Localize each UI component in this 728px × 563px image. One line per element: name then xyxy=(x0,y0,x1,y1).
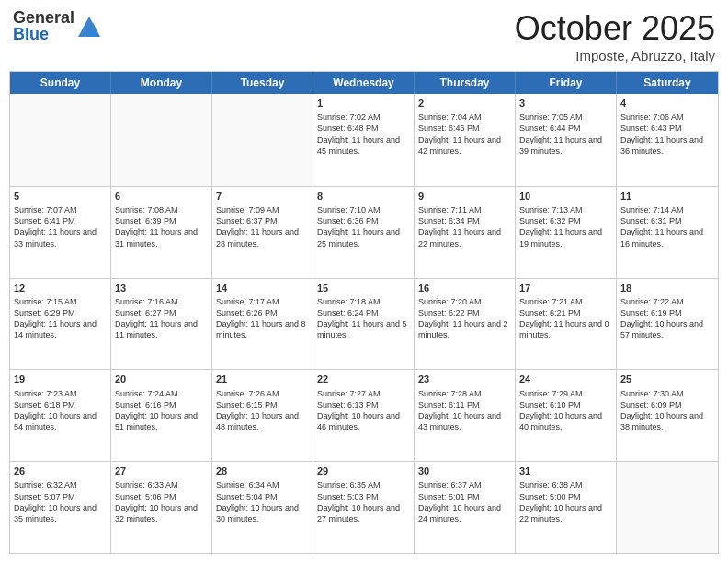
calendar-row-3: 19Sunrise: 7:23 AM Sunset: 6:18 PM Dayli… xyxy=(10,369,718,461)
day-number: 24 xyxy=(519,373,612,385)
day-number: 30 xyxy=(418,465,511,477)
day-number: 5 xyxy=(14,190,107,202)
day-number: 16 xyxy=(418,282,511,294)
day-number: 22 xyxy=(317,373,410,385)
calendar-cell: 15Sunrise: 7:18 AM Sunset: 6:24 PM Dayli… xyxy=(313,279,415,370)
day-info: Sunrise: 6:35 AM Sunset: 5:03 PM Dayligh… xyxy=(317,479,410,524)
logo: General Blue xyxy=(13,9,102,42)
calendar-body: 1Sunrise: 7:02 AM Sunset: 6:48 PM Daylig… xyxy=(10,94,718,553)
calendar-cell: 7Sunrise: 7:09 AM Sunset: 6:37 PM Daylig… xyxy=(212,187,313,278)
calendar-cell: 16Sunrise: 7:20 AM Sunset: 6:22 PM Dayli… xyxy=(415,279,516,370)
day-number: 23 xyxy=(418,373,511,385)
day-number: 19 xyxy=(14,373,107,385)
calendar-cell: 2Sunrise: 7:04 AM Sunset: 6:46 PM Daylig… xyxy=(415,94,516,186)
day-number: 1 xyxy=(317,97,410,109)
calendar-header: Sunday Monday Tuesday Wednesday Thursday… xyxy=(10,72,718,94)
day-info: Sunrise: 7:05 AM Sunset: 6:44 PM Dayligh… xyxy=(519,111,612,156)
calendar-cell: 24Sunrise: 7:29 AM Sunset: 6:10 PM Dayli… xyxy=(516,370,617,461)
day-info: Sunrise: 7:09 AM Sunset: 6:37 PM Dayligh… xyxy=(216,204,309,249)
day-info: Sunrise: 7:24 AM Sunset: 6:16 PM Dayligh… xyxy=(115,388,208,433)
day-info: Sunrise: 6:38 AM Sunset: 5:00 PM Dayligh… xyxy=(519,479,612,524)
day-number: 6 xyxy=(115,190,208,202)
day-info: Sunrise: 6:32 AM Sunset: 5:07 PM Dayligh… xyxy=(14,479,107,524)
calendar-cell: 18Sunrise: 7:22 AM Sunset: 6:19 PM Dayli… xyxy=(617,279,718,370)
calendar-cell: 26Sunrise: 6:32 AM Sunset: 5:07 PM Dayli… xyxy=(10,462,111,553)
day-info: Sunrise: 7:07 AM Sunset: 6:41 PM Dayligh… xyxy=(14,204,107,249)
calendar-cell xyxy=(212,94,313,186)
day-info: Sunrise: 7:11 AM Sunset: 6:34 PM Dayligh… xyxy=(418,204,511,249)
calendar-cell: 27Sunrise: 6:33 AM Sunset: 5:06 PM Dayli… xyxy=(111,462,212,553)
day-number: 9 xyxy=(418,190,511,202)
title-block: October 2025 Imposte, Abruzzo, Italy xyxy=(515,9,715,63)
day-info: Sunrise: 6:33 AM Sunset: 5:06 PM Dayligh… xyxy=(115,479,208,524)
day-info: Sunrise: 7:02 AM Sunset: 6:48 PM Dayligh… xyxy=(317,111,410,156)
header-tuesday: Tuesday xyxy=(212,72,313,94)
day-info: Sunrise: 7:08 AM Sunset: 6:39 PM Dayligh… xyxy=(115,204,208,249)
day-number: 12 xyxy=(14,282,107,294)
day-number: 26 xyxy=(14,465,107,477)
calendar-cell: 8Sunrise: 7:10 AM Sunset: 6:36 PM Daylig… xyxy=(313,187,415,278)
calendar-cell: 29Sunrise: 6:35 AM Sunset: 5:03 PM Dayli… xyxy=(313,462,415,553)
page: General Blue October 2025 Imposte, Abruz… xyxy=(0,0,728,563)
calendar-cell: 14Sunrise: 7:17 AM Sunset: 6:26 PM Dayli… xyxy=(212,279,313,370)
logo-blue: Blue xyxy=(13,26,74,42)
day-number: 10 xyxy=(519,190,612,202)
header-wednesday: Wednesday xyxy=(313,72,415,94)
day-info: Sunrise: 7:17 AM Sunset: 6:26 PM Dayligh… xyxy=(216,296,309,341)
day-info: Sunrise: 7:20 AM Sunset: 6:22 PM Dayligh… xyxy=(418,296,511,341)
day-info: Sunrise: 7:13 AM Sunset: 6:32 PM Dayligh… xyxy=(519,204,612,249)
calendar-cell: 19Sunrise: 7:23 AM Sunset: 6:18 PM Dayli… xyxy=(10,370,111,461)
calendar-cell: 20Sunrise: 7:24 AM Sunset: 6:16 PM Dayli… xyxy=(111,370,212,461)
day-number: 11 xyxy=(620,190,714,202)
calendar-cell: 13Sunrise: 7:16 AM Sunset: 6:27 PM Dayli… xyxy=(111,279,212,370)
calendar-cell: 6Sunrise: 7:08 AM Sunset: 6:39 PM Daylig… xyxy=(111,187,212,278)
calendar-cell: 4Sunrise: 7:06 AM Sunset: 6:43 PM Daylig… xyxy=(617,94,718,186)
header-monday: Monday xyxy=(111,72,212,94)
day-info: Sunrise: 7:22 AM Sunset: 6:19 PM Dayligh… xyxy=(620,296,714,341)
day-info: Sunrise: 7:18 AM Sunset: 6:24 PM Dayligh… xyxy=(317,296,410,341)
header-thursday: Thursday xyxy=(415,72,516,94)
day-info: Sunrise: 7:04 AM Sunset: 6:46 PM Dayligh… xyxy=(418,111,511,156)
day-number: 8 xyxy=(317,190,410,202)
day-info: Sunrise: 7:27 AM Sunset: 6:13 PM Dayligh… xyxy=(317,388,410,433)
calendar-row-1: 5Sunrise: 7:07 AM Sunset: 6:41 PM Daylig… xyxy=(10,186,718,278)
day-number: 25 xyxy=(620,373,714,385)
day-info: Sunrise: 7:29 AM Sunset: 6:10 PM Dayligh… xyxy=(519,388,612,433)
calendar-cell: 12Sunrise: 7:15 AM Sunset: 6:29 PM Dayli… xyxy=(10,279,111,370)
day-info: Sunrise: 7:16 AM Sunset: 6:27 PM Dayligh… xyxy=(115,296,208,341)
calendar-cell: 1Sunrise: 7:02 AM Sunset: 6:48 PM Daylig… xyxy=(313,94,415,186)
day-info: Sunrise: 7:26 AM Sunset: 6:15 PM Dayligh… xyxy=(216,388,309,433)
day-number: 7 xyxy=(216,190,309,202)
day-number: 2 xyxy=(418,97,511,109)
calendar-cell: 30Sunrise: 6:37 AM Sunset: 5:01 PM Dayli… xyxy=(415,462,516,553)
calendar-cell: 10Sunrise: 7:13 AM Sunset: 6:32 PM Dayli… xyxy=(516,187,617,278)
calendar-cell: 9Sunrise: 7:11 AM Sunset: 6:34 PM Daylig… xyxy=(415,187,516,278)
calendar-cell xyxy=(111,94,212,186)
day-info: Sunrise: 7:10 AM Sunset: 6:36 PM Dayligh… xyxy=(317,204,410,249)
header-sunday: Sunday xyxy=(10,72,111,94)
day-number: 29 xyxy=(317,465,410,477)
day-number: 4 xyxy=(620,97,714,109)
header-friday: Friday xyxy=(516,72,617,94)
day-number: 28 xyxy=(216,465,309,477)
day-info: Sunrise: 6:34 AM Sunset: 5:04 PM Dayligh… xyxy=(216,479,309,524)
day-number: 3 xyxy=(519,97,612,109)
logo-icon xyxy=(76,13,102,39)
day-number: 15 xyxy=(317,282,410,294)
calendar-cell: 25Sunrise: 7:30 AM Sunset: 6:09 PM Dayli… xyxy=(617,370,718,461)
day-number: 13 xyxy=(115,282,208,294)
day-info: Sunrise: 7:30 AM Sunset: 6:09 PM Dayligh… xyxy=(620,388,714,433)
calendar-cell: 31Sunrise: 6:38 AM Sunset: 5:00 PM Dayli… xyxy=(516,462,617,553)
day-info: Sunrise: 6:37 AM Sunset: 5:01 PM Dayligh… xyxy=(418,479,511,524)
month-title: October 2025 xyxy=(515,9,715,48)
day-number: 18 xyxy=(620,282,714,294)
logo-text: General Blue xyxy=(13,9,74,42)
logo-general: General xyxy=(13,9,74,26)
calendar-cell xyxy=(10,94,111,186)
calendar-cell: 5Sunrise: 7:07 AM Sunset: 6:41 PM Daylig… xyxy=(10,187,111,278)
day-info: Sunrise: 7:23 AM Sunset: 6:18 PM Dayligh… xyxy=(14,388,107,433)
calendar-cell: 11Sunrise: 7:14 AM Sunset: 6:31 PM Dayli… xyxy=(617,187,718,278)
calendar-cell: 23Sunrise: 7:28 AM Sunset: 6:11 PM Dayli… xyxy=(415,370,516,461)
calendar: Sunday Monday Tuesday Wednesday Thursday… xyxy=(9,71,719,554)
day-number: 27 xyxy=(115,465,208,477)
